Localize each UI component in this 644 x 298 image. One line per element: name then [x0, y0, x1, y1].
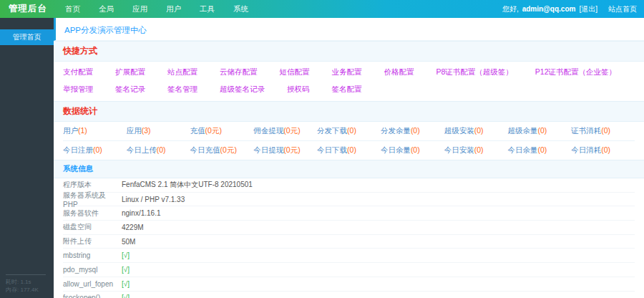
stat-value: (0) — [474, 126, 484, 135]
greeting-text: 您好, — [502, 4, 519, 14]
stat-link[interactable]: 分发下载 — [317, 126, 347, 135]
stat-link[interactable]: 今日注册 — [63, 145, 93, 154]
topbar-nav-item[interactable]: 应用 — [123, 4, 157, 14]
stat-link[interactable]: 应用 — [127, 126, 142, 135]
page-title: APP分发演示管理中心 — [64, 26, 147, 34]
stat-cell: 今日余量(0) — [507, 141, 571, 160]
quick-links: 支付配置扩展配置站点配置云储存配置短信配置业务配置价格配置P8证书配置（超级签）… — [54, 62, 644, 101]
quick-links-row: 支付配置扩展配置站点配置云储存配置短信配置业务配置价格配置P8证书配置（超级签）… — [63, 64, 635, 81]
topbar-nav-item[interactable]: 用户 — [157, 4, 190, 14]
quick-link[interactable]: 签名管理 — [167, 85, 197, 95]
quick-link[interactable]: 扩展配置 — [115, 67, 145, 77]
quick-link[interactable]: 签名配置 — [332, 85, 362, 95]
stat-cell: 今日安装(0) — [444, 141, 508, 160]
sysinfo-label: fsockopen() — [63, 294, 122, 298]
page-title-row: APP分发演示管理中心 — [54, 18, 644, 41]
quick-link[interactable]: 站点配置 — [167, 67, 197, 77]
stat-link[interactable]: 今日提现 — [253, 145, 283, 154]
stat-value: (0元) — [205, 126, 222, 135]
site-home-link[interactable]: 站点首页 — [608, 4, 637, 14]
stat-cell: 佣金提现(0元) — [253, 122, 317, 140]
stat-value: (1) — [78, 126, 87, 135]
quick-link[interactable]: 授权码 — [287, 85, 310, 95]
stat-link[interactable]: 分发余量 — [381, 126, 411, 135]
stat-link[interactable]: 证书消耗 — [571, 126, 601, 135]
stat-cell: 分发余量(0) — [381, 122, 444, 140]
topbar-nav-item[interactable]: 系统 — [224, 4, 258, 14]
stat-link[interactable]: 佣金提现 — [253, 126, 283, 135]
admin-app: 管理后台 首页全局应用用户工具系统 您好, admin@qq.com [退出] … — [0, 0, 644, 298]
quick-link[interactable]: 云储存配置 — [220, 67, 258, 77]
stat-link[interactable]: 用户 — [63, 126, 78, 135]
stat-cell: 超级余量(0) — [507, 122, 571, 140]
topbar-nav: 首页全局应用用户工具系统 — [56, 0, 258, 18]
quick-link[interactable]: 短信配置 — [280, 67, 310, 77]
stat-cell: 用户(1) — [63, 122, 127, 140]
sysinfo-label: mbstring — [63, 251, 122, 259]
stats-panel: 用户(1)应用(3)充值(0元)佣金提现(0元)分发下载(0)分发余量(0)超级… — [54, 122, 644, 160]
sysinfo-value: nginx/1.16.1 — [122, 209, 161, 217]
quick-link[interactable]: 签名记录 — [115, 85, 145, 95]
stat-cell: 应用(3) — [127, 122, 190, 140]
topbar-nav-item[interactable]: 全局 — [89, 4, 123, 14]
stat-value: (0) — [347, 126, 356, 135]
quick-link[interactable]: 举报管理 — [63, 85, 93, 95]
stat-link[interactable]: 今日上传 — [127, 145, 157, 154]
stat-cell: 今日上传(0) — [127, 141, 190, 160]
sysinfo-label: pdo_mysql — [63, 266, 122, 274]
stat-link[interactable]: 充值 — [190, 126, 205, 135]
stat-cell: 今日提现(0元) — [253, 141, 317, 160]
check-mark: [√] — [122, 251, 130, 259]
sysinfo-label: 附件上传 — [63, 236, 122, 246]
quick-link[interactable]: 超级签名记录 — [220, 85, 265, 95]
logout-link[interactable]: [退出] — [579, 4, 597, 14]
quick-links-row: 举报管理签名记录签名管理超级签名记录授权码签名配置 — [63, 81, 635, 98]
stat-value: (0) — [411, 126, 420, 135]
topbar-nav-item[interactable]: 工具 — [190, 4, 224, 14]
sidebar-footer-lines: 耗时: 1.1s内存: 177.4K — [6, 278, 48, 294]
stat-value: (0) — [474, 145, 484, 154]
sysinfo-row: allow_url_fopen[√] — [63, 277, 635, 292]
stat-cell: 超级安装(0) — [444, 122, 508, 140]
quick-link[interactable]: 支付配置 — [63, 67, 93, 77]
stat-value: (0) — [601, 126, 610, 135]
stat-link[interactable]: 今日安装 — [444, 145, 474, 154]
sysinfo-panel: 程序版本FenfaCMS 2.1 简体中文UTF-8 20210501服务器系统… — [54, 178, 644, 298]
account-email: admin@qq.com — [522, 5, 576, 13]
quick-link[interactable]: P12证书配置（企业签） — [535, 67, 616, 77]
sysinfo-value: 50M — [122, 238, 135, 246]
stat-link[interactable]: 今日余量 — [381, 145, 411, 154]
stat-value: (0) — [537, 126, 547, 135]
stat-value: (0) — [157, 145, 166, 154]
sysinfo-row: fsockopen()[√] — [63, 292, 635, 298]
stat-link[interactable]: 超级余量 — [507, 126, 537, 135]
stat-cell: 今日消耗(0) — [571, 141, 635, 160]
quick-link[interactable]: 价格配置 — [384, 67, 414, 77]
stat-value: (0元) — [220, 145, 237, 154]
sysinfo-row: 磁盘空间4229M — [63, 221, 635, 235]
stat-link[interactable]: 今日消耗 — [571, 145, 601, 154]
stats-row: 今日注册(0)今日上传(0)今日充值(0元)今日提现(0元)今日下载(0)今日余… — [63, 140, 635, 160]
sidebar-item-admin-home[interactable]: 管理首页 — [0, 29, 54, 45]
stat-link[interactable]: 超级安装 — [444, 126, 474, 135]
sidebar-footer-line: 耗时: 1.1s — [6, 278, 48, 286]
stat-cell: 证书消耗(0) — [571, 122, 635, 140]
sidebar-debug-info: 耗时: 1.1s内存: 177.4K — [0, 271, 54, 298]
stat-link[interactable]: 今日下载 — [317, 145, 347, 154]
stat-cell: 充值(0元) — [190, 122, 254, 140]
sysinfo-label: allow_url_fopen — [63, 280, 122, 288]
quick-link[interactable]: 业务配置 — [332, 67, 362, 77]
stat-cell: 今日余量(0) — [381, 141, 444, 160]
stat-value: (0) — [537, 145, 547, 154]
section-title-stats: 数据统计 — [63, 106, 97, 116]
stat-value: (0) — [601, 145, 610, 154]
stat-link[interactable]: 今日余量 — [507, 145, 537, 154]
stat-value: (0) — [93, 145, 102, 154]
stat-value: (0元) — [283, 145, 300, 154]
quick-link[interactable]: P8证书配置（超级签） — [436, 67, 513, 77]
topbar-nav-item[interactable]: 首页 — [56, 4, 89, 14]
main-content: APP分发演示管理中心 快捷方式 支付配置扩展配置站点配置云储存配置短信配置业务… — [54, 18, 644, 298]
stat-link[interactable]: 今日充值 — [190, 145, 220, 154]
main-row: 管理首页 耗时: 1.1s内存: 177.4K APP分发演示管理中心 快捷方式… — [0, 18, 644, 298]
stat-value: (0元) — [283, 126, 300, 135]
